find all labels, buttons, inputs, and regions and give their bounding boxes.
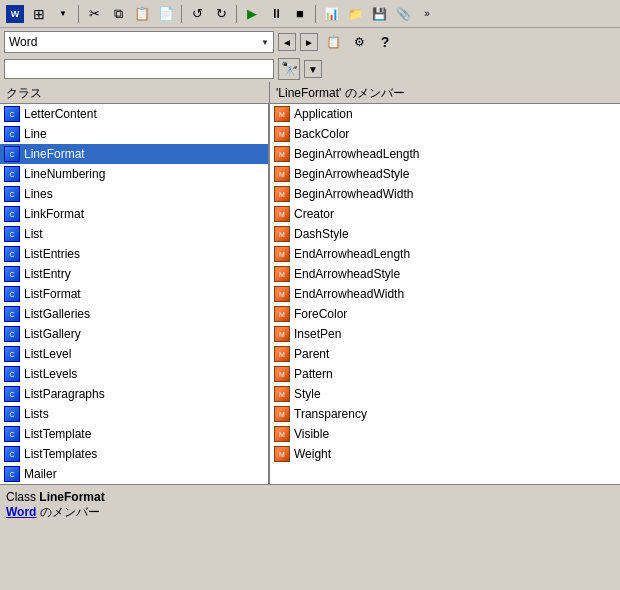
class-list-item[interactable]: CListFormat (0, 284, 268, 304)
class-icon: C (4, 306, 20, 322)
member-item-label: BeginArrowheadStyle (294, 167, 409, 181)
copy-btn[interactable]: ⧉ (107, 3, 129, 25)
member-list-item[interactable]: MParent (270, 344, 620, 364)
member-list-item[interactable]: MVisible (270, 424, 620, 444)
status-class-line: Class LineFormat (6, 490, 614, 504)
member-list-item[interactable]: MEndArrowheadStyle (270, 264, 620, 284)
binoculars-btn[interactable]: 🔭 (278, 58, 300, 80)
class-icon: C (4, 226, 20, 242)
class-list-item[interactable]: CLinkFormat (0, 204, 268, 224)
class-list-item[interactable]: CListGallery (0, 324, 268, 344)
class-item-label: LineNumbering (24, 167, 105, 181)
help-btn[interactable]: ? (374, 31, 396, 53)
member-icon: M (274, 266, 290, 282)
class-item-label: LinkFormat (24, 207, 84, 221)
cut-btn[interactable]: ✂ (83, 3, 105, 25)
class-list-panel: CLetterContentCLineCLineFormatCLineNumbe… (0, 104, 270, 484)
class-list-item[interactable]: CListTemplate (0, 424, 268, 444)
member-item-label: BackColor (294, 127, 349, 141)
class-list-item[interactable]: CLineNumbering (0, 164, 268, 184)
table-view-btn[interactable]: ⊞ (28, 3, 50, 25)
member-icon: M (274, 446, 290, 462)
run-btn[interactable]: ▶ (241, 3, 263, 25)
member-list-item[interactable]: MBeginArrowheadLength (270, 144, 620, 164)
class-list-item[interactable]: CListLevels (0, 364, 268, 384)
class-list-item[interactable]: CListParagraphs (0, 384, 268, 404)
class-list-item[interactable]: CListTemplates (0, 444, 268, 464)
chart-btn[interactable]: 📊 (320, 3, 342, 25)
view-btn[interactable]: 📋 (322, 31, 344, 53)
member-list-item[interactable]: MBackColor (270, 124, 620, 144)
member-list-item[interactable]: MEndArrowheadWidth (270, 284, 620, 304)
member-item-label: Transparency (294, 407, 367, 421)
member-item-label: ForeColor (294, 307, 347, 321)
member-item-label: Creator (294, 207, 334, 221)
member-list-item[interactable]: MForeColor (270, 304, 620, 324)
left-panel-header: クラス (0, 82, 270, 103)
member-item-label: BeginArrowheadWidth (294, 187, 413, 201)
member-list-item[interactable]: MDashStyle (270, 224, 620, 244)
undo-btn[interactable]: ↺ (186, 3, 208, 25)
class-icon: C (4, 186, 20, 202)
class-list-item[interactable]: CLetterContent (0, 104, 268, 124)
pause-btn[interactable]: ⏸ (265, 3, 287, 25)
member-list-item[interactable]: MTransparency (270, 404, 620, 424)
member-item-label: Weight (294, 447, 331, 461)
class-item-label: Mailer (24, 467, 57, 481)
more-btn[interactable]: » (416, 3, 438, 25)
paste2-btn[interactable]: 📄 (155, 3, 177, 25)
class-list-item[interactable]: CLists (0, 404, 268, 424)
search-input[interactable] (5, 62, 273, 76)
class-list-item[interactable]: CLineFormat (0, 144, 268, 164)
forward-btn[interactable]: ► (300, 33, 318, 51)
member-list-item[interactable]: MInsetPen (270, 324, 620, 344)
word-link[interactable]: Word (6, 505, 36, 519)
redo-btn[interactable]: ↻ (210, 3, 232, 25)
member-list-item[interactable]: MStyle (270, 384, 620, 404)
member-list-item[interactable]: MEndArrowheadLength (270, 244, 620, 264)
class-list-item[interactable]: CLines (0, 184, 268, 204)
member-list-item[interactable]: MPattern (270, 364, 620, 384)
class-list-item[interactable]: CLine (0, 124, 268, 144)
member-list-item[interactable]: MApplication (270, 104, 620, 124)
class-item-label: ListGalleries (24, 307, 90, 321)
member-item-label: Style (294, 387, 321, 401)
member-list-item[interactable]: MWeight (270, 444, 620, 464)
member-icon: M (274, 406, 290, 422)
class-icon: C (4, 246, 20, 262)
search-down-btn[interactable]: ▼ (304, 60, 322, 78)
member-list-item[interactable]: MCreator (270, 204, 620, 224)
class-icon: C (4, 326, 20, 342)
stop-btn[interactable]: ■ (289, 3, 311, 25)
class-list-item[interactable]: CListEntries (0, 244, 268, 264)
member-list-item[interactable]: MBeginArrowheadStyle (270, 164, 620, 184)
member-icon: M (274, 186, 290, 202)
member-list-item[interactable]: MBeginArrowheadWidth (270, 184, 620, 204)
class-icon: C (4, 386, 20, 402)
help2-btn[interactable]: 📎 (392, 3, 414, 25)
class-list-item[interactable]: CList (0, 224, 268, 244)
class-list-item[interactable]: CListEntry (0, 264, 268, 284)
search-field-wrapper[interactable] (4, 59, 274, 79)
dropdown-arrow-btn[interactable]: ▼ (52, 3, 74, 25)
word-icon-btn[interactable]: W (4, 3, 26, 25)
class-list-item[interactable]: CListLevel (0, 344, 268, 364)
member-list-panel: MApplicationMBackColorMBeginArrowheadLen… (270, 104, 620, 484)
back-btn[interactable]: ◄ (278, 33, 296, 51)
class-item-label: ListParagraphs (24, 387, 105, 401)
settings-btn[interactable]: ⚙ (348, 31, 370, 53)
member-item-label: EndArrowheadWidth (294, 287, 404, 301)
class-item-label: ListGallery (24, 327, 81, 341)
export-btn[interactable]: 💾 (368, 3, 390, 25)
project-combo[interactable]: Word ▼ (4, 31, 274, 53)
class-icon: C (4, 406, 20, 422)
member-icon: M (274, 366, 290, 382)
browse-btn[interactable]: 📁 (344, 3, 366, 25)
class-list-item[interactable]: CMailer (0, 464, 268, 484)
class-item-label: LetterContent (24, 107, 97, 121)
class-list-item[interactable]: CListGalleries (0, 304, 268, 324)
paste-btn[interactable]: 📋 (131, 3, 153, 25)
status-bar: Class LineFormat Word のメンバー (0, 484, 620, 526)
class-item-label: List (24, 227, 43, 241)
toolbar-top: W ⊞ ▼ ✂ ⧉ 📋 📄 ↺ ↻ ▶ ⏸ ■ 📊 📁 💾 📎 » (0, 0, 620, 28)
